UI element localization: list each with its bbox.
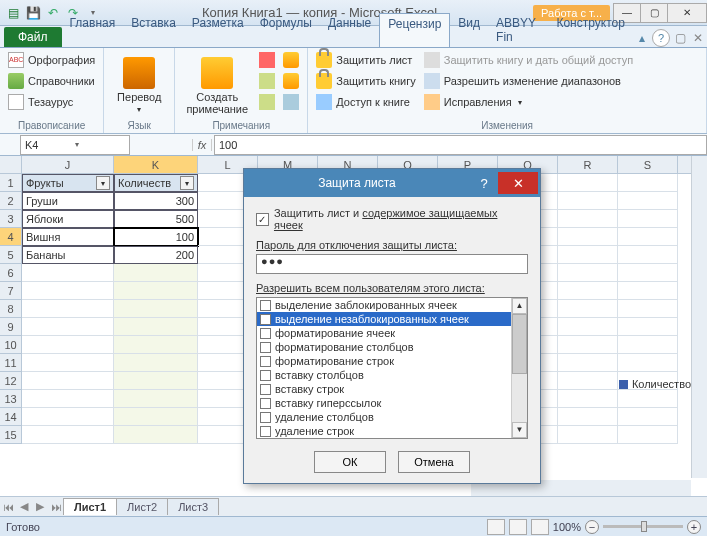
cell[interactable] (618, 210, 678, 228)
row-header[interactable]: 8 (0, 300, 22, 318)
zoom-out-button[interactable]: − (585, 520, 599, 534)
zoom-in-button[interactable]: + (687, 520, 701, 534)
cell[interactable]: Вишня (22, 228, 114, 246)
permission-item[interactable]: форматирование ячеек (257, 326, 527, 340)
cell[interactable]: 300 (114, 192, 198, 210)
row-header[interactable]: 4 (0, 228, 22, 246)
cell[interactable] (558, 318, 618, 336)
row-header[interactable]: 14 (0, 408, 22, 426)
cell[interactable] (558, 246, 618, 264)
row-header[interactable]: 15 (0, 426, 22, 444)
sheet-nav-prev[interactable]: ◀ (16, 500, 32, 513)
tab-разметка[interactable]: Разметка (184, 13, 252, 47)
options-icon[interactable]: ▢ (672, 29, 690, 47)
cell[interactable] (618, 264, 678, 282)
tab-вид[interactable]: Вид (450, 13, 488, 47)
cell[interactable] (618, 408, 678, 426)
tab-данные[interactable]: Данные (320, 13, 379, 47)
cell[interactable] (618, 300, 678, 318)
permission-item[interactable]: выделение заблокированных ячеек (257, 298, 527, 312)
tab-abbyy fin[interactable]: ABBYY Fin (488, 13, 548, 47)
new-comment-button[interactable]: Создать примечание (181, 50, 253, 119)
cell[interactable] (22, 318, 114, 336)
row-header[interactable]: 10 (0, 336, 22, 354)
cell[interactable] (618, 318, 678, 336)
name-box[interactable]: K4▾ (20, 135, 130, 155)
cell[interactable] (618, 228, 678, 246)
checkbox-icon[interactable] (260, 328, 271, 339)
checkbox-icon[interactable] (260, 398, 271, 409)
cell[interactable] (558, 300, 618, 318)
row-header[interactable]: 2 (0, 192, 22, 210)
formula-input[interactable]: 100 (214, 135, 707, 155)
cell[interactable] (22, 300, 114, 318)
checkbox-icon[interactable] (260, 412, 271, 423)
sheet-tab[interactable]: Лист3 (167, 498, 219, 515)
tab-вставка[interactable]: Вставка (123, 13, 184, 47)
cell[interactable] (618, 174, 678, 192)
permissions-listbox[interactable]: выделение заблокированных ячеек✓выделени… (256, 297, 528, 439)
track-changes-button[interactable]: Исправления▾ (422, 92, 635, 112)
checkbox-icon[interactable] (260, 300, 271, 311)
cell[interactable] (114, 354, 198, 372)
file-tab[interactable]: Файл (4, 27, 62, 47)
checkbox-icon[interactable] (260, 370, 271, 381)
permission-item[interactable]: удаление строк (257, 424, 527, 438)
permission-item[interactable]: форматирование столбцов (257, 340, 527, 354)
prev-comment-button[interactable] (257, 71, 277, 91)
cell[interactable] (22, 408, 114, 426)
tab-главная[interactable]: Главная (62, 13, 124, 47)
cell[interactable] (114, 264, 198, 282)
row-header[interactable]: 1 (0, 174, 22, 192)
permission-item[interactable]: вставку гиперссылок (257, 396, 527, 410)
cancel-button[interactable]: Отмена (398, 451, 470, 473)
thesaurus-button[interactable]: Тезаурус (6, 92, 97, 112)
ok-button[interactable]: ОК (314, 451, 386, 473)
cell[interactable] (558, 282, 618, 300)
next-comment-button[interactable] (257, 92, 277, 112)
cell[interactable] (558, 228, 618, 246)
column-header[interactable]: K (114, 156, 198, 173)
vertical-scrollbar[interactable] (691, 156, 707, 478)
cell[interactable]: Яблоки (22, 210, 114, 228)
checkbox-icon[interactable]: ✓ (260, 314, 271, 325)
row-header[interactable]: 7 (0, 282, 22, 300)
cell[interactable] (114, 372, 198, 390)
fx-icon[interactable]: fx (192, 139, 212, 151)
password-input[interactable]: ●●● (256, 254, 528, 274)
cell[interactable]: 500 (114, 210, 198, 228)
cell[interactable] (618, 426, 678, 444)
cell[interactable] (114, 318, 198, 336)
cell[interactable] (22, 426, 114, 444)
cell[interactable]: 200 (114, 246, 198, 264)
cell[interactable] (22, 264, 114, 282)
sheet-tab[interactable]: Лист1 (63, 498, 117, 515)
select-all-corner[interactable] (0, 156, 22, 173)
show-all-button[interactable] (281, 71, 301, 91)
scroll-thumb[interactable] (512, 314, 527, 374)
dialog-help-button[interactable]: ? (470, 176, 498, 191)
cell[interactable] (114, 300, 198, 318)
cell[interactable] (22, 354, 114, 372)
cell[interactable] (558, 426, 618, 444)
row-header[interactable]: 6 (0, 264, 22, 282)
cell[interactable]: Фрукты▾ (22, 174, 114, 192)
view-layout-button[interactable] (509, 519, 527, 535)
ribbon-minimize-icon[interactable]: ▴ (633, 29, 651, 47)
view-break-button[interactable] (531, 519, 549, 535)
cell[interactable] (114, 426, 198, 444)
cell[interactable] (558, 210, 618, 228)
cell[interactable] (618, 354, 678, 372)
checkbox-icon[interactable] (260, 356, 271, 367)
delete-comment-button[interactable] (257, 50, 277, 70)
share-book-button[interactable]: Доступ к книге (314, 92, 418, 112)
scroll-up-icon[interactable]: ▲ (512, 298, 527, 314)
checkbox-icon[interactable] (260, 426, 271, 437)
column-header[interactable]: J (22, 156, 114, 173)
protect-share-button[interactable]: Защитить книгу и дать общий доступ (422, 50, 635, 70)
row-header[interactable]: 13 (0, 390, 22, 408)
tab-конструктор[interactable]: Конструктор (548, 13, 632, 47)
protect-book-button[interactable]: Защитить книгу (314, 71, 418, 91)
column-header[interactable]: S (618, 156, 678, 173)
close-button[interactable]: ✕ (667, 3, 707, 23)
